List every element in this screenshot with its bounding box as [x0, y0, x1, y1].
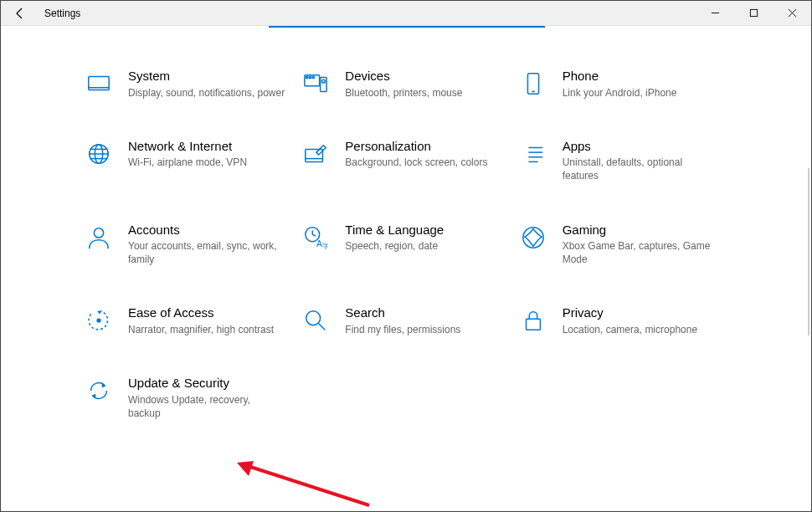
tile-desc: Windows Update, recovery, backup	[128, 393, 285, 420]
window-title: Settings	[44, 8, 80, 19]
svg-text:字: 字	[322, 242, 329, 250]
gaming-icon	[519, 223, 547, 252]
svg-rect-19	[306, 149, 323, 161]
tile-title: Time & Language	[345, 222, 501, 238]
svg-point-11	[322, 79, 326, 83]
tile-title: Accounts	[128, 222, 285, 238]
tile-phone[interactable]: Phone Link your Android, iPhone	[519, 68, 727, 100]
category-grid: System Display, sound, notifications, po…	[85, 68, 727, 420]
accounts-icon	[85, 223, 113, 252]
titlebar: Settings	[1, 1, 811, 26]
update-icon	[85, 376, 113, 405]
svg-line-32	[313, 234, 316, 236]
tile-title: System	[128, 68, 285, 84]
tile-time-language[interactable]: A字 Time & Language Speech, region, date	[301, 222, 510, 267]
svg-rect-1	[750, 9, 757, 16]
tile-gaming[interactable]: Gaming Xbox Game Bar, captures, Game Mod…	[519, 222, 727, 267]
tile-title: Privacy	[563, 305, 719, 321]
svg-rect-7	[306, 77, 308, 79]
tile-update-security[interactable]: Update & Security Windows Update, recove…	[85, 375, 293, 420]
tile-personalization[interactable]: Personalization Background, lock screen,…	[301, 138, 510, 183]
svg-rect-12	[527, 74, 538, 94]
tile-title: Apps	[563, 138, 719, 155]
svg-rect-9	[313, 77, 315, 79]
tile-title: Devices	[345, 68, 501, 84]
tile-title: Gaming	[563, 222, 719, 238]
tile-title: Update & Security	[128, 375, 285, 392]
scrollbar[interactable]	[808, 168, 809, 335]
tile-devices[interactable]: Devices Bluetooth, printers, mouse	[301, 68, 510, 100]
tile-search[interactable]: Search Find my files, permissions	[301, 305, 510, 336]
time-language-icon: A字	[301, 223, 330, 252]
tile-desc: Speech, region, date	[345, 239, 501, 253]
close-button[interactable]	[773, 1, 811, 26]
tile-title: Network & Internet	[128, 138, 285, 155]
apps-icon	[519, 140, 547, 168]
tile-system[interactable]: System Display, sound, notifications, po…	[85, 68, 293, 100]
tile-title: Personalization	[345, 138, 501, 155]
svg-rect-8	[310, 77, 311, 79]
svg-point-29	[94, 228, 103, 237]
ease-of-access-icon	[85, 306, 113, 335]
personalization-icon	[301, 140, 330, 168]
svg-line-38	[319, 324, 326, 330]
maximize-button[interactable]	[734, 1, 773, 26]
tile-ease-of-access[interactable]: Ease of Access Narrator, magnifier, high…	[85, 305, 293, 336]
minimize-button[interactable]	[696, 1, 734, 26]
tile-apps[interactable]: Apps Uninstall, defaults, optional featu…	[519, 138, 727, 183]
tile-desc: Your accounts, email, sync, work, family	[128, 239, 285, 266]
tile-title: Search	[345, 305, 501, 321]
tile-title: Phone	[563, 68, 719, 84]
tile-accounts[interactable]: Accounts Your accounts, email, sync, wor…	[85, 222, 293, 267]
tile-desc: Location, camera, microphone	[563, 323, 719, 336]
tile-desc: Wi-Fi, airplane mode, VPN	[128, 156, 285, 169]
tile-desc: Display, sound, notifications, power	[128, 86, 285, 100]
tile-desc: Link your Android, iPhone	[563, 86, 719, 100]
tile-desc: Find my files, permissions	[345, 323, 501, 336]
tile-desc: Narrator, magnifier, high contrast	[128, 323, 285, 336]
system-icon	[85, 69, 113, 98]
globe-icon	[85, 140, 113, 168]
svg-point-37	[306, 311, 321, 325]
tile-desc: Uninstall, defaults, optional features	[563, 156, 719, 182]
devices-icon	[301, 69, 330, 98]
tile-desc: Background, lock screen, colors	[345, 156, 501, 169]
lock-icon	[519, 306, 547, 335]
search-icon	[301, 306, 330, 335]
tile-title: Ease of Access	[128, 305, 285, 321]
phone-icon	[519, 69, 547, 98]
svg-rect-39	[526, 320, 540, 330]
search-underline	[269, 26, 545, 28]
svg-point-36	[97, 320, 100, 323]
tile-privacy[interactable]: Privacy Location, camera, microphone	[519, 305, 727, 336]
tile-desc: Xbox Game Bar, captures, Game Mode	[563, 239, 719, 266]
back-button[interactable]	[1, 1, 39, 26]
tile-network[interactable]: Network & Internet Wi-Fi, airplane mode,…	[85, 138, 293, 183]
settings-home: System Display, sound, notifications, po…	[1, 68, 811, 511]
tile-desc: Bluetooth, printers, mouse	[345, 86, 501, 100]
